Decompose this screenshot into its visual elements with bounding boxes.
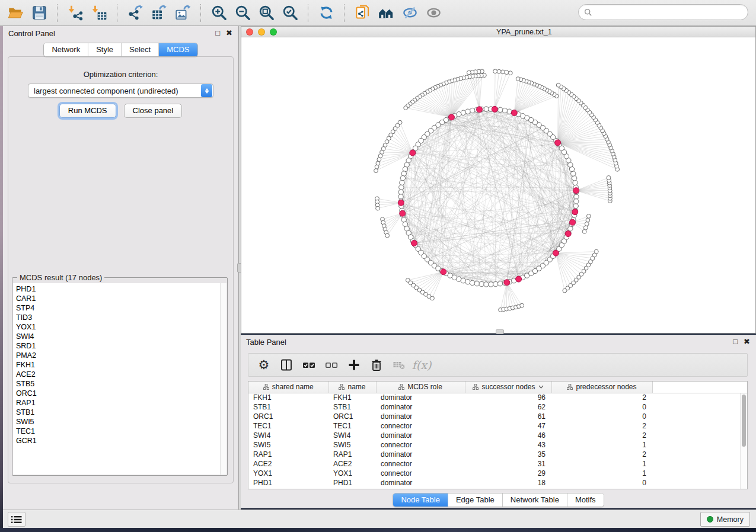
cell-shared-name[interactable]: ORC1 xyxy=(248,412,328,421)
graph-mcds-node[interactable] xyxy=(504,280,510,286)
graph-leaf-node[interactable] xyxy=(505,70,509,75)
column-header-shared-name[interactable]: shared name xyxy=(248,382,328,393)
graph-node[interactable] xyxy=(484,107,489,111)
graph-node[interactable] xyxy=(497,281,502,286)
graph-mcds-node[interactable] xyxy=(572,209,578,215)
graph-leaf-node[interactable] xyxy=(430,296,435,300)
graph-node[interactable] xyxy=(493,281,498,286)
cell-name[interactable]: ORC1 xyxy=(328,412,376,421)
graph-node[interactable] xyxy=(484,282,489,287)
cell-name[interactable]: SWI4 xyxy=(328,431,376,440)
run-mcds-button[interactable]: Run MCDS xyxy=(59,104,116,118)
tab-network[interactable]: Network xyxy=(44,43,88,56)
cell-name[interactable]: YOX1 xyxy=(328,469,376,478)
graph-leaf-node[interactable] xyxy=(607,176,611,180)
graph-mcds-node[interactable] xyxy=(573,188,579,194)
graph-mcds-node[interactable] xyxy=(565,231,571,237)
cell-name[interactable]: RAP1 xyxy=(328,450,376,459)
deselect-all-button[interactable] xyxy=(322,355,341,374)
tab-edge-table[interactable]: Edge Table xyxy=(448,493,503,507)
graph-node[interactable] xyxy=(574,194,579,199)
graph-leaf-node[interactable] xyxy=(376,206,380,210)
close-window-button[interactable] xyxy=(246,28,253,36)
tab-motifs[interactable]: Motifs xyxy=(567,493,604,507)
table-row[interactable]: SWI4SWI4dominator462 xyxy=(248,431,747,440)
table-row[interactable]: ORC1ORC1dominator610 xyxy=(248,412,747,421)
cell-name[interactable]: SWI5 xyxy=(328,440,376,450)
graph-node[interactable] xyxy=(400,180,404,185)
table-settings-button[interactable]: ⚙ xyxy=(254,355,273,374)
mcds-result-item[interactable]: SRD1 xyxy=(16,341,220,351)
cell-MCDS-role[interactable]: connector xyxy=(376,421,465,431)
graph-mcds-node[interactable] xyxy=(398,200,404,206)
cell-successor-nodes[interactable]: 35 xyxy=(465,450,551,459)
show-panels-button[interactable] xyxy=(422,2,445,24)
share-network-button[interactable] xyxy=(350,2,374,24)
mcds-result-item[interactable]: TEC1 xyxy=(16,427,220,436)
cell-predecessor-nodes[interactable]: 2 xyxy=(551,431,652,440)
tab-style[interactable]: Style xyxy=(88,43,122,56)
graph-mcds-node[interactable] xyxy=(410,150,416,156)
graph-node[interactable] xyxy=(401,171,406,176)
cell-shared-name[interactable]: RAP1 xyxy=(248,450,328,459)
mcds-result-list[interactable]: PHD1CAR1STP4TID3YOX1SWI4SRD1PMA2FKH1ACE2… xyxy=(13,283,220,475)
column-header-MCDS-role[interactable]: MCDS role xyxy=(376,382,465,393)
tab-mcds[interactable]: MCDS xyxy=(159,43,197,56)
cell-MCDS-role[interactable]: connector xyxy=(376,469,465,478)
graph-mcds-node[interactable] xyxy=(477,107,483,113)
graph-leaf-node[interactable] xyxy=(493,69,497,73)
delete-column-button[interactable] xyxy=(367,355,386,374)
cell-predecessor-nodes[interactable]: 0 xyxy=(551,478,652,488)
mcds-result-item[interactable]: CAR1 xyxy=(16,294,220,303)
optimization-criterion-select[interactable]: largest connected component (undirected) xyxy=(28,84,213,98)
mcds-result-item[interactable]: ORC1 xyxy=(16,389,220,398)
graph-leaf-node[interactable] xyxy=(508,71,512,75)
graph-leaf-node[interactable] xyxy=(467,70,471,75)
cell-shared-name[interactable]: STB1 xyxy=(248,402,328,412)
graph-mcds-node[interactable] xyxy=(411,240,417,246)
table-row[interactable]: YOX1YOX1connector291 xyxy=(248,469,747,478)
graph-leaf-node[interactable] xyxy=(520,303,524,307)
cell-successor-nodes[interactable]: 61 xyxy=(465,412,551,421)
cell-successor-nodes[interactable]: 46 xyxy=(465,431,551,440)
mcds-result-item[interactable]: ACE2 xyxy=(16,370,220,379)
cell-successor-nodes[interactable]: 96 xyxy=(465,393,551,402)
cell-name[interactable]: PHD1 xyxy=(328,478,376,488)
cell-MCDS-role[interactable]: dominator xyxy=(376,450,465,459)
graph-node[interactable] xyxy=(479,281,484,286)
graph-node[interactable] xyxy=(465,280,470,284)
column-layout-button[interactable] xyxy=(277,355,296,374)
node-table-grid[interactable]: shared namenameMCDS rolesuccessor nodesp… xyxy=(248,381,748,489)
graph-node[interactable] xyxy=(465,109,470,114)
table-scrollbar-thumb[interactable] xyxy=(742,395,746,447)
graph-node[interactable] xyxy=(489,282,493,287)
cell-MCDS-role[interactable]: dominator xyxy=(376,402,465,412)
cell-successor-nodes[interactable]: 43 xyxy=(465,440,551,450)
graph-node[interactable] xyxy=(400,176,405,181)
graph-leaf-node[interactable] xyxy=(404,106,408,110)
graph-node[interactable] xyxy=(573,180,578,185)
cell-predecessor-nodes[interactable]: 2 xyxy=(551,421,652,431)
mcds-result-item[interactable]: YOX1 xyxy=(16,322,220,332)
graph-node[interactable] xyxy=(399,185,404,190)
graph-mcds-node[interactable] xyxy=(570,219,576,225)
tab-network-table[interactable]: Network Table xyxy=(503,493,567,507)
cell-predecessor-nodes[interactable]: 1 xyxy=(551,469,652,478)
table-scrollbar[interactable] xyxy=(740,393,747,489)
cell-successor-nodes[interactable]: 47 xyxy=(465,421,551,431)
graph-leaf-node[interactable] xyxy=(582,229,586,233)
cell-shared-name[interactable]: TEC1 xyxy=(248,421,328,431)
graph-mcds-node[interactable] xyxy=(553,250,559,256)
column-header-successor-nodes[interactable]: successor nodes xyxy=(465,382,551,393)
cell-name[interactable]: FKH1 xyxy=(328,393,376,402)
tab-node-table[interactable]: Node Table xyxy=(393,493,448,507)
zoom-out-button[interactable] xyxy=(231,2,254,24)
graph-leaf-node[interactable] xyxy=(583,226,588,230)
mcds-result-item[interactable]: TID3 xyxy=(16,313,220,322)
cell-predecessor-nodes[interactable]: 1 xyxy=(551,459,652,469)
graph-leaf-node[interactable] xyxy=(586,218,590,222)
memory-button[interactable]: Memory xyxy=(700,512,750,527)
graph-leaf-node[interactable] xyxy=(516,77,520,81)
graph-leaf-node[interactable] xyxy=(556,83,560,87)
table-row[interactable]: FKH1FKH1dominator962 xyxy=(248,393,747,402)
